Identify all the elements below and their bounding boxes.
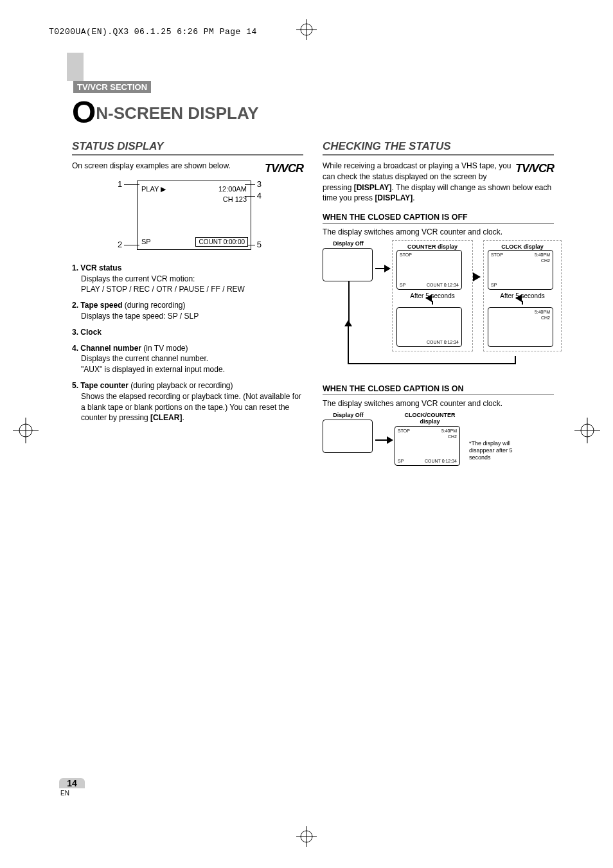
side-tab (67, 53, 84, 81)
item-lead: 4. Channel number (72, 344, 141, 353)
item-lead: 2. Tape speed (72, 301, 122, 310)
clockcounter-screen: STOP 5:40PM CH2 SP COUNT 0:12:34 (395, 426, 460, 466)
label-display-off: Display Off (323, 412, 374, 418)
status-display-heading: STATUS DISPLAY (72, 140, 303, 155)
checking-status-heading: CHECKING THE STATUS (323, 140, 554, 155)
list-item: 2. Tape speed (during recording) Display… (72, 300, 303, 322)
checking-para: . (413, 193, 414, 202)
page-num-value: 14 (67, 778, 77, 788)
callout-3: 3 (257, 179, 262, 189)
mini-count: COUNT 0:12:34 (425, 459, 457, 463)
return-arrow-icon (323, 240, 554, 369)
osd-play: PLAY ▶ (141, 185, 166, 193)
crop-mark-icon (296, 19, 317, 42)
mini-sp: SP (398, 459, 404, 463)
osd-count: COUNT 0:00:00 (195, 237, 248, 247)
list-item: 1. VCR status Displays the current VCR m… (72, 263, 303, 295)
cc-on-line: The display switches among VCR counter a… (323, 399, 554, 408)
svg-marker-16 (515, 294, 522, 302)
clear-key: [CLEAR] (150, 413, 182, 422)
item-paren: (during recording) (122, 301, 185, 310)
title-first-letter: O (72, 95, 96, 129)
cc-off-heading: WHEN THE CLOSED CAPTION IS OFF (323, 213, 554, 224)
label-clockcounter: CLOCK/COUNTER display (395, 412, 465, 425)
item-body: Displays the current VCR motion: PLAY / … (72, 274, 245, 296)
blank-screen-icon (323, 420, 373, 453)
cc-off-line: The display switches among VCR counter a… (323, 227, 554, 236)
osd-channel: CH 123 (223, 195, 247, 203)
svg-marker-15 (425, 294, 432, 302)
callout-2: 2 (118, 240, 122, 249)
cc-off-diagram: Display Off COUNTER display STOP (323, 240, 554, 369)
page-title: ON-SCREEN DISPLAY (72, 94, 560, 130)
item-paren: (during playback or recording) (129, 381, 233, 390)
mini-time: 5:40PM (441, 429, 457, 433)
item-lead: 3. Clock (72, 328, 102, 337)
svg-marker-18 (387, 436, 393, 444)
osd-sp: SP (141, 238, 151, 245)
title-rest: N-SCREEN DISPLAY (96, 103, 258, 123)
tvvcr-logo-icon: TV/VCR (265, 161, 303, 177)
display-key: [DISPLAY] (375, 193, 413, 202)
list-item: 3. Clock (72, 327, 303, 338)
item-paren: (in TV mode) (141, 344, 188, 353)
cc-on-heading: WHEN THE CLOSED CAPTION IS ON (323, 384, 554, 395)
section-label: TV/VCR SECTION (73, 81, 151, 93)
callout-1: 1 (118, 179, 122, 189)
item-lead: 5. Tape counter (72, 381, 129, 390)
item-tail: . (182, 413, 184, 422)
list-item: 5. Tape counter (during playback or reco… (72, 380, 303, 423)
svg-marker-14 (344, 320, 352, 326)
callout-4: 4 (257, 191, 262, 200)
list-item: 4. Channel number (in TV mode) Displays … (72, 343, 303, 375)
crop-mark-icon (13, 418, 39, 445)
mini-ch: CH2 (448, 434, 457, 439)
item-body: Shows the elapsed recording or playback … (81, 392, 301, 423)
print-header: T0200UA(EN).QX3 06.1.25 6:26 PM Page 14 (49, 27, 257, 37)
crop-mark-icon (574, 418, 600, 445)
page-number: 14 EN (59, 778, 85, 797)
mini-stop: STOP (398, 429, 410, 433)
osd-diagram: 1 2 3 4 5 PLAY ▶ 12:00AM CH 123 SP (114, 178, 262, 255)
osd-screen-box: PLAY ▶ 12:00AM CH 123 SP COUNT 0:00:00 (137, 181, 251, 250)
item-body: Displays the tape speed: SP / SLP (72, 311, 199, 322)
item-body: Displays the current channel number. "AU… (72, 353, 225, 375)
crop-mark-icon (296, 826, 317, 849)
osd-time: 12:00AM (218, 185, 247, 193)
item-lead: 1. VCR status (72, 263, 121, 272)
page-lang: EN (60, 790, 69, 797)
status-intro: On screen display examples are shown bel… (72, 161, 231, 170)
callout-5: 5 (257, 240, 262, 249)
disappear-note: *The display will disappear after 5 seco… (469, 440, 520, 461)
display-key: [DISPLAY] (354, 183, 392, 192)
cc-on-diagram: Display Off CLOCK/COUNTER display STOP 5… (323, 412, 554, 476)
tvvcr-logo-icon: TV/VCR (515, 161, 554, 177)
